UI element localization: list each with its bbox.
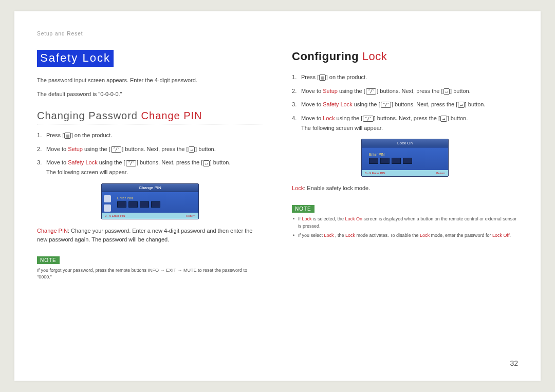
right-column: Configuring Lock Press [▥] on the produc… <box>292 50 518 281</box>
osd-footer: 0 - 9 Enter PIN Return <box>362 170 448 176</box>
osd-title: Lock On <box>362 139 448 147</box>
lock-desc: : Enable safety lock mode. <box>304 185 370 191</box>
note-item: If Lock is selected, the Lock On screen … <box>292 216 518 230</box>
osd-change-pin: Change PIN Enter PIN 0 - 9 Enter PIN Ret… <box>101 183 199 219</box>
subheading-accent: Change PIN <box>141 110 202 121</box>
change-pin-desc: : Change your password. Enter a new 4-di… <box>37 228 252 242</box>
note-label: NOTE <box>292 205 314 213</box>
step-item: Move to Safety Lock using the [˄/˅] butt… <box>37 158 263 177</box>
heading-configuring-lock: Configuring Lock <box>292 50 518 63</box>
page-number: 32 <box>510 359 518 367</box>
menu-icon: ▥ <box>64 133 70 139</box>
updown-icon: ˄/˅ <box>126 160 136 166</box>
updown-icon: ˄/˅ <box>111 146 121 153</box>
enter-icon: ↵ <box>440 116 447 122</box>
osd-foot-right: Return <box>186 214 195 217</box>
step-item: Press [▥] on the product. <box>37 130 263 140</box>
note-item: If you select Lock , the Lock mode activ… <box>292 232 518 239</box>
lock-label: Lock <box>292 185 304 191</box>
menu-icon: ▥ <box>319 74 325 81</box>
note-list: If Lock is selected, the Lock On screen … <box>292 216 518 239</box>
osd-pin-label: Enter PIN <box>369 153 443 156</box>
two-column-layout: Safety Lock The password input screen ap… <box>37 50 518 281</box>
subheading-change-pin: Changing Password Change PIN <box>37 110 263 124</box>
enter-icon: ↵ <box>458 102 464 108</box>
osd-pin-label: Enter PIN <box>117 196 193 200</box>
osd-pin-row <box>117 201 193 208</box>
heading-main: Configuring <box>292 50 362 63</box>
osd-footer: 0 - 9 Enter PIN Return <box>102 213 198 219</box>
after-osd-text: Change PIN: Change your password. Enter … <box>37 227 263 244</box>
osd-pin-row <box>369 158 443 164</box>
updown-icon: ˄/˅ <box>366 88 376 95</box>
breadcrumb: Setup and Reset <box>37 31 518 36</box>
note-text: If you forgot your password, press the r… <box>37 267 263 281</box>
step-item: Move to Safety Lock using the [˄/˅] butt… <box>292 100 518 109</box>
left-steps-list: Press [▥] on the product.Move to Setup u… <box>37 130 263 177</box>
osd-body: Enter PIN <box>362 147 448 170</box>
enter-icon: ↵ <box>443 88 450 95</box>
after-osd-text: Lock: Enable safety lock mode. <box>292 184 518 193</box>
step-item: Move to Lock using the [˄/˅] buttons. Ne… <box>292 114 518 133</box>
heading-accent: Lock <box>362 50 387 63</box>
step-item: Press [▥] on the product. <box>292 72 518 82</box>
osd-foot-right: Return <box>436 172 445 175</box>
updown-icon: ˄/˅ <box>381 102 391 108</box>
intro-text-1: The password input screen appears. Enter… <box>37 76 263 85</box>
osd-foot-left: 0 - 9 Enter PIN <box>105 214 125 217</box>
osd-foot-left: 0 - 9 Enter PIN <box>365 172 385 175</box>
subheading-main: Changing Password <box>37 110 141 121</box>
step-item: Move to Setup using the [˄/˅] buttons. N… <box>292 86 518 96</box>
section-title-safety-lock: Safety Lock <box>37 50 114 67</box>
manual-page: Setup and Reset Safety Lock The password… <box>14 11 541 381</box>
osd-title: Change PIN <box>102 184 198 192</box>
osd-body: Enter PIN <box>102 192 198 213</box>
left-column: Safety Lock The password input screen ap… <box>37 50 263 281</box>
step-item: Move to Setup using the [˄/˅] buttons. N… <box>37 144 263 154</box>
osd-lock-on: Lock On Enter PIN 0 - 9 Enter PIN Return <box>361 139 449 177</box>
note-label: NOTE <box>37 256 60 264</box>
updown-icon: ˄/˅ <box>363 116 373 122</box>
enter-icon: ↵ <box>189 146 195 153</box>
change-pin-label: Change PIN <box>37 228 68 234</box>
enter-icon: ↵ <box>203 160 209 166</box>
intro-text-2: The default password is "0-0-0-0." <box>37 90 263 99</box>
osd-side-icons <box>104 195 112 212</box>
right-steps-list: Press [▥] on the product.Move to Setup u… <box>292 72 518 133</box>
